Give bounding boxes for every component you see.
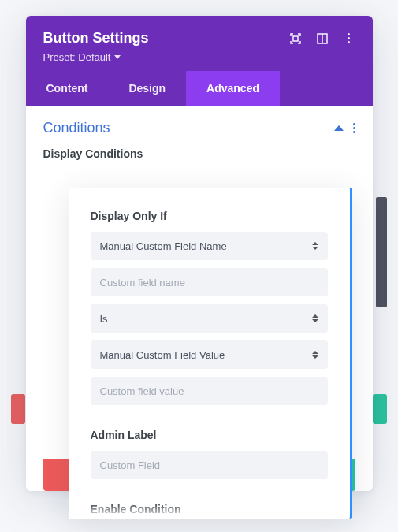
collapse-section-icon[interactable] [334, 125, 344, 131]
underlying-dark-panel [376, 197, 387, 307]
admin-label-input[interactable] [100, 459, 318, 471]
operator-select-value: Is [100, 313, 108, 325]
section-title-conditions: Conditions [43, 120, 110, 136]
preset-selector[interactable]: Preset: Default [43, 51, 355, 63]
field-name-select[interactable]: Manual Custom Field Name [91, 232, 328, 260]
display-only-if-label: Display Only If [91, 210, 328, 222]
condition-editor-card: Display Only If Manual Custom Field Name… [69, 188, 352, 519]
operator-select[interactable]: Is [91, 304, 328, 333]
modal-tabs: Content Design Advanced [26, 71, 373, 106]
select-arrows-icon [312, 314, 318, 322]
display-conditions-label: Display Conditions [43, 147, 355, 160]
modal-header: Button Settings [26, 16, 373, 71]
modal-title: Button Settings [43, 30, 149, 47]
underlying-confirm-peek [373, 394, 387, 424]
field-value-select-value: Manual Custom Field Value [100, 349, 225, 361]
field-value-select[interactable]: Manual Custom Field Value [91, 340, 328, 369]
field-value-input[interactable] [100, 385, 318, 397]
expand-icon[interactable] [289, 32, 302, 45]
select-arrows-icon [312, 242, 318, 250]
admin-label-input-wrap [91, 451, 328, 479]
caret-down-icon [114, 55, 121, 59]
panel-split-icon[interactable] [316, 32, 329, 45]
more-menu-icon[interactable] [343, 32, 355, 45]
preset-label: Preset: Default [43, 51, 111, 63]
svg-rect-0 [293, 36, 298, 41]
tab-advanced[interactable]: Advanced [186, 71, 280, 106]
section-more-icon[interactable] [353, 123, 355, 133]
admin-label-label: Admin Label [91, 429, 328, 441]
underlying-cancel-peek [11, 394, 25, 424]
settings-modal: Button Settings [26, 16, 373, 491]
field-name-select-value: Manual Custom Field Name [100, 240, 227, 252]
field-name-input[interactable] [100, 277, 318, 288]
tab-design[interactable]: Design [108, 71, 186, 106]
field-value-input-wrap [91, 377, 328, 405]
field-name-input-wrap [91, 268, 328, 296]
select-arrows-icon [312, 351, 318, 359]
enable-condition-label: Enable Condition [91, 503, 328, 515]
tab-content[interactable]: Content [26, 71, 109, 106]
